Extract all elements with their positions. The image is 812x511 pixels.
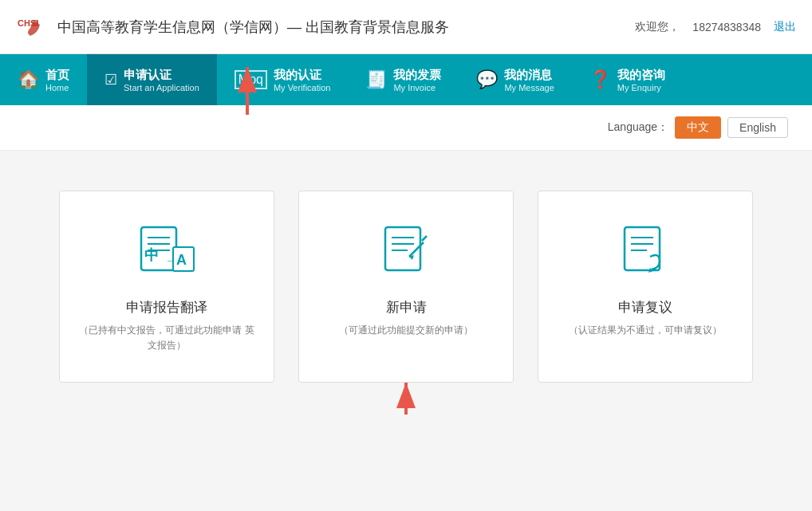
my-verification-en: My Verification xyxy=(274,83,331,92)
welcome-text: 欢迎您， xyxy=(635,20,680,34)
new-application-title: 新申请 xyxy=(386,298,427,316)
my-message-cn: 我的消息 xyxy=(504,68,554,83)
nav-item-my-enquiry[interactable]: ❓ 我的咨询 My Enquiry xyxy=(572,54,683,105)
svg-line-18 xyxy=(422,236,427,241)
language-label: Language： xyxy=(608,120,668,135)
review-desc: （认证结果为不通过，可申请复议） xyxy=(569,323,722,338)
header-left: CHSI 中国高等教育学生信息网（学信网）— 出国教育背景信息服务 xyxy=(16,10,449,44)
new-application-icon xyxy=(374,223,438,282)
message-icon: 💬 xyxy=(476,69,498,90)
header-right: 欢迎您， 18274838348 退出 xyxy=(635,20,796,34)
chsi-logo: CHSI xyxy=(16,10,49,44)
review-title: 申请复议 xyxy=(618,298,672,316)
main-content: 中 → A 申请报告翻译 （已持有中文报告，可通过此功能申请 英文报告） xyxy=(0,151,812,415)
my-message-en: My Message xyxy=(504,83,554,92)
svg-text:中: 中 xyxy=(144,247,159,263)
home-cn: 首页 xyxy=(45,68,69,83)
translate-title: 申请报告翻译 xyxy=(126,298,207,316)
svg-rect-12 xyxy=(385,227,420,270)
new-application-desc: （可通过此功能提交新的申请） xyxy=(339,323,473,338)
nav-item-start-application[interactable]: ☑ 申请认证 Start an Application xyxy=(87,54,217,105)
home-en: Home xyxy=(45,83,69,92)
my-verification-cn: 我的认证 xyxy=(274,68,331,83)
language-bar: Language： 中文 English xyxy=(0,105,812,151)
verification-icon: Mpq xyxy=(235,70,267,89)
svg-point-1 xyxy=(32,20,38,26)
review-icon xyxy=(613,223,677,282)
start-application-en: Start an Application xyxy=(124,83,199,92)
card-translate[interactable]: 中 → A 申请报告翻译 （已持有中文报告，可通过此功能申请 英文报告） xyxy=(59,191,274,383)
translate-icon: 中 → A xyxy=(135,223,199,282)
nav-item-home[interactable]: 🏠 首页 Home xyxy=(0,54,87,105)
header: CHSI 中国高等教育学生信息网（学信网）— 出国教育背景信息服务 欢迎您， 1… xyxy=(0,0,812,54)
my-invoice-cn: 我的发票 xyxy=(393,68,441,83)
lang-btn-en[interactable]: English xyxy=(727,117,788,138)
my-invoice-en: My Invoice xyxy=(393,83,441,92)
application-icon: ☑ xyxy=(104,71,117,88)
cards-row: 中 → A 申请报告翻译 （已持有中文报告，可通过此功能申请 英文报告） xyxy=(48,191,764,383)
svg-rect-19 xyxy=(625,227,660,270)
my-enquiry-cn: 我的咨询 xyxy=(617,68,665,83)
start-application-cn: 申请认证 xyxy=(124,68,199,83)
card-review[interactable]: 申请复议 （认证结果为不通过，可申请复议） xyxy=(538,191,753,383)
home-icon: 🏠 xyxy=(18,69,39,90)
card-new-application[interactable]: 新申请 （可通过此功能提交新的申请） xyxy=(298,191,514,383)
invoice-icon: 🧾 xyxy=(365,69,387,90)
nav-item-my-message[interactable]: 💬 我的消息 My Message xyxy=(459,54,571,105)
translate-desc: （已持有中文报告，可通过此功能申请 英文报告） xyxy=(76,323,258,353)
logout-link[interactable]: 退出 xyxy=(774,20,796,34)
svg-text:A: A xyxy=(176,252,187,268)
user-id: 18274838348 xyxy=(692,21,761,33)
lang-btn-zh[interactable]: 中文 xyxy=(675,116,721,139)
header-title: 中国高等教育学生信息网（学信网）— 出国教育背景信息服务 xyxy=(57,18,449,37)
main-nav: 🏠 首页 Home ☑ 申请认证 Start an Application Mp… xyxy=(0,54,812,105)
enquiry-icon: ❓ xyxy=(589,69,611,90)
nav-item-my-invoice[interactable]: 🧾 我的发票 My Invoice xyxy=(348,54,459,105)
my-enquiry-en: My Enquiry xyxy=(617,83,665,92)
nav-item-my-verification[interactable]: Mpq 我的认证 My Verification xyxy=(217,54,349,105)
